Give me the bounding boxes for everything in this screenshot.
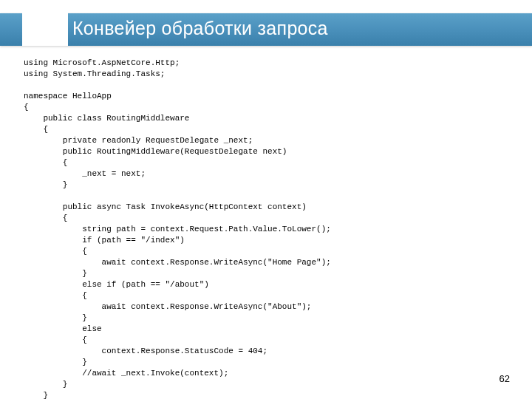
page-number: 62: [499, 373, 510, 384]
header-accent-block: [22, 4, 68, 46]
code-content: using Microsoft.AspNetCore.Http; using S…: [24, 58, 331, 399]
slide-title: Конвейер обработки запроса: [72, 18, 328, 39]
